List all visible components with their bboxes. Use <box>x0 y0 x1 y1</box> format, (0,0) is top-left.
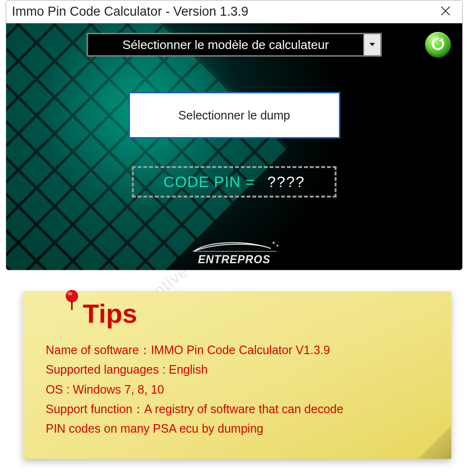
model-select-placeholder: Sélectionner le modèle de calculateur <box>88 34 363 55</box>
close-icon <box>440 5 451 19</box>
close-button[interactable] <box>436 2 456 22</box>
pin-code-label: CODE PIN = <box>163 173 255 191</box>
chevron-down-icon <box>369 40 376 49</box>
brand-logo: ENTREPROS <box>163 239 306 266</box>
top-controls-row: Sélectionner le modèle de calculateur <box>6 31 462 59</box>
model-select[interactable]: Sélectionner le modèle de calculateur <box>87 33 382 57</box>
pushpin-icon <box>61 288 83 310</box>
model-select-dropdown-button[interactable] <box>363 34 380 55</box>
pin-code-output: CODE PIN = ???? <box>132 166 337 198</box>
tips-line: PIN codes on many PSA ecu by dumping <box>46 419 437 438</box>
window-title: Immo Pin Code Calculator - Version 1.3.9 <box>12 4 248 19</box>
refresh-button[interactable] <box>425 32 451 58</box>
app-window: Immo Pin Code Calculator - Version 1.3.9… <box>6 0 463 270</box>
tips-line: Supported languages : English <box>46 360 437 379</box>
svg-point-0 <box>66 290 78 302</box>
tips-line: Name of software：IMMO Pin Code Calculato… <box>46 340 437 360</box>
titlebar: Immo Pin Code Calculator - Version 1.3.9 <box>6 0 462 23</box>
svg-point-1 <box>68 292 72 295</box>
tips-line: OS : Windows 7, 8, 10 <box>46 380 437 399</box>
pin-code-value: ???? <box>268 173 305 191</box>
brand-text: ENTREPROS <box>163 253 306 266</box>
tips-body: Name of software：IMMO Pin Code Calculato… <box>46 340 437 438</box>
refresh-icon <box>430 36 446 53</box>
tips-title: Tips <box>83 298 437 329</box>
car-outline-icon <box>163 239 306 255</box>
background-grid-decoration <box>6 23 288 270</box>
select-dump-label: Selectionner le dump <box>178 109 290 122</box>
tips-note: Tips Name of software：IMMO Pin Code Calc… <box>23 291 451 459</box>
select-dump-button[interactable]: Selectionner le dump <box>129 92 340 139</box>
app-body: Sélectionner le modèle de calculateur Se… <box>6 23 462 270</box>
tips-line: Support function：A registry of software … <box>46 399 437 419</box>
